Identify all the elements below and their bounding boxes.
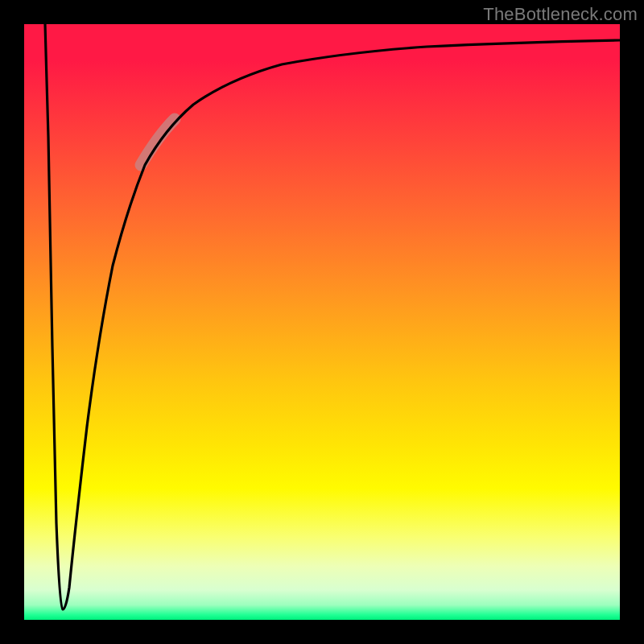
chart-curve-layer <box>24 24 620 620</box>
chart-frame: TheBottleneck.com <box>0 0 644 644</box>
chart-plot-area <box>24 24 620 620</box>
curve-main <box>45 24 620 609</box>
watermark-text: TheBottleneck.com <box>483 4 638 25</box>
